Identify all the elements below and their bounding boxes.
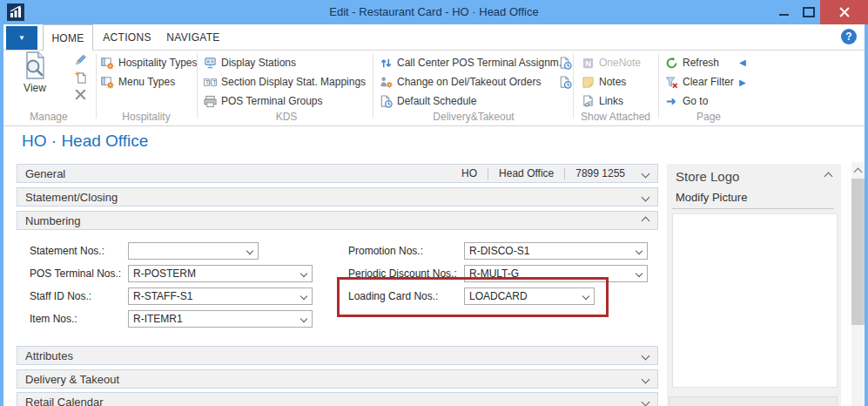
previous-record-button[interactable]: ◀ — [739, 58, 746, 67]
item-nos-label: Item Nos.: — [30, 310, 77, 328]
loading-card-nos-field[interactable]: LOADCARD — [464, 288, 595, 305]
next-record-icon: ▶ — [739, 78, 746, 87]
chevron-down-icon[interactable] — [641, 351, 649, 360]
item-nos-field[interactable]: R-ITEMR1 — [128, 310, 313, 328]
call-center-pos-terminal-icon — [380, 57, 393, 70]
default-schedule-button[interactable]: Default Schedule — [380, 92, 476, 110]
tab-home[interactable]: HOME — [43, 24, 93, 51]
goto-button[interactable]: Go to — [665, 92, 708, 110]
modify-picture-button[interactable]: Modify Picture — [676, 191, 747, 204]
help-icon: ? — [845, 30, 851, 43]
fasttab-delivery-takeout[interactable]: Delivery & Takeout — [17, 369, 658, 389]
links-button[interactable]: Links — [582, 92, 623, 110]
group-separator — [373, 54, 373, 118]
view-button[interactable]: View — [16, 51, 54, 105]
pos-terminal-groups-button[interactable]: POS Terminal Groups — [204, 92, 323, 110]
notes-button[interactable]: Notes — [582, 73, 626, 91]
menu-types-label: Menu Types — [118, 76, 175, 88]
hospitality-types-icon — [101, 57, 114, 70]
field-value: R-ITEMR1 — [133, 313, 183, 325]
menu-types-button[interactable]: Menu Types — [101, 73, 175, 91]
help-button[interactable]: ? — [841, 29, 857, 44]
clear-filter-button[interactable]: Clear Filter — [665, 73, 734, 91]
onenote-label: OneNote — [599, 57, 641, 69]
chevron-down-icon[interactable] — [641, 193, 649, 201]
new-button[interactable] — [71, 69, 89, 85]
goto-label: Go to — [683, 95, 708, 107]
chevron-down-icon[interactable] — [641, 375, 649, 383]
goto-arrow-icon — [665, 95, 678, 108]
promotion-nos-field[interactable]: R-DISCO-S1 — [464, 242, 648, 260]
field-value: R-STAFF-S1 — [133, 290, 192, 302]
refresh-label: Refresh — [683, 57, 719, 69]
tab-navigate[interactable]: NAVIGATE — [159, 24, 227, 51]
notes-icon — [582, 76, 595, 89]
factbox-title: Store Logo — [676, 169, 739, 184]
fasttab-general-summary: HO Head Office 7899 1255 — [461, 167, 625, 179]
fasttab-attributes[interactable]: Attributes — [17, 346, 658, 365]
summary-separator — [564, 168, 565, 179]
chevron-down-icon[interactable] — [636, 247, 643, 254]
scrollbar-thumb[interactable] — [851, 179, 865, 325]
statement-nos-field[interactable] — [128, 242, 259, 260]
change-del-takeout-button[interactable]: Change on Del/Takeout Orders — [380, 73, 541, 91]
pos-terminal-nos-field[interactable]: R-POSTERM — [128, 265, 313, 282]
onenote-button[interactable]: N OneNote — [582, 54, 641, 71]
refresh-button[interactable]: Refresh — [665, 54, 719, 71]
chevron-down-icon[interactable] — [641, 397, 649, 406]
notes-label: Notes — [599, 76, 626, 88]
summary-phone: 7899 1255 — [575, 167, 625, 179]
chevron-down-icon[interactable] — [641, 169, 649, 178]
chevron-down-icon[interactable] — [300, 270, 307, 277]
minimize-button[interactable] — [771, 0, 796, 24]
fasttab-retail-calendar[interactable]: Retail Calendar — [17, 392, 658, 406]
maximize-button[interactable] — [796, 0, 820, 24]
chevron-down-icon[interactable] — [300, 293, 307, 300]
factbox-header[interactable]: Store Logo — [667, 166, 841, 186]
section-display-mappings-button[interactable]: T T Section Display Stat. Mappings — [204, 73, 366, 91]
application-menu-button[interactable]: ▼ — [6, 26, 37, 50]
document-clock-icon — [559, 76, 572, 89]
links-label: Links — [599, 95, 623, 107]
call-center-pos-terminal-label: Call Center POS Terminal Assignm. — [397, 57, 562, 69]
change-del-schedule-button[interactable] — [559, 73, 572, 91]
fasttab-general[interactable]: General HO Head Office 7899 1255 — [17, 164, 658, 183]
svg-text:T: T — [212, 78, 216, 85]
fasttab-statement-closing-title: Statement/Closing — [25, 191, 118, 204]
delete-button[interactable] — [71, 86, 89, 103]
group-label-kds: KDS — [200, 111, 373, 123]
scroll-up-icon[interactable] — [854, 168, 863, 177]
call-center-pos-terminal-button[interactable]: Call Center POS Terminal Assignm. — [380, 54, 562, 71]
tab-actions[interactable]: ACTIONS — [98, 24, 157, 51]
statement-nos-label: Statement Nos.: — [30, 242, 104, 260]
chevron-up-icon[interactable] — [824, 172, 832, 180]
call-center-schedule-button[interactable] — [559, 54, 572, 71]
display-stations-icon — [204, 57, 217, 70]
close-button[interactable] — [820, 0, 868, 24]
chevron-down-icon[interactable] — [246, 247, 253, 254]
staff-id-nos-field[interactable]: R-STAFF-S1 — [128, 288, 313, 305]
hospitality-types-button[interactable]: Hospitality Types — [101, 54, 198, 71]
summary-separator — [488, 168, 488, 179]
view-button-label: View — [24, 82, 46, 94]
chevron-down-icon[interactable] — [300, 315, 307, 322]
chevron-down-icon[interactable] — [636, 270, 643, 277]
fasttab-statement-closing[interactable]: Statement/Closing — [17, 187, 658, 206]
maximize-icon — [803, 7, 815, 17]
display-stations-button[interactable]: Display Stations — [204, 54, 296, 71]
default-schedule-icon — [380, 95, 393, 108]
collapsed-factbox-bar[interactable] — [669, 396, 838, 406]
fasttab-numbering[interactable]: Numbering — [17, 211, 658, 230]
chevron-down-icon[interactable] — [582, 293, 589, 300]
fasttab-retail-calendar-title: Retail Calendar — [25, 396, 104, 406]
next-record-button[interactable]: ▶ — [739, 78, 746, 87]
field-value: R-POSTERM — [133, 267, 196, 280]
store-logo-picture[interactable] — [672, 213, 838, 388]
title-bar: Edit - Restaurant Card - HO · Head Offic… — [0, 0, 868, 24]
vertical-scrollbar[interactable] — [851, 162, 865, 406]
periodic-discount-nos-field[interactable]: R-MULT-G — [464, 265, 648, 282]
pos-terminal-groups-label: POS Terminal Groups — [221, 95, 323, 107]
menu-dropdown-icon: ▼ — [18, 34, 25, 42]
edit-button[interactable] — [71, 51, 89, 68]
chevron-up-icon[interactable] — [641, 216, 649, 225]
